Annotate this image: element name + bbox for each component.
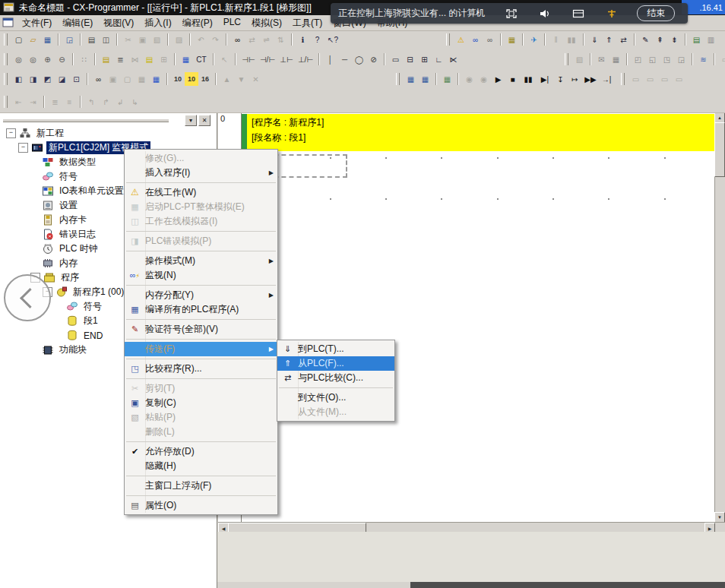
sim-stop-button[interactable]: ■ [505,72,520,86]
contact-or-nc-button[interactable]: ⊥/⊢ [296,52,315,66]
menu-item-属性[interactable]: ▤属性(O) [125,498,277,513]
menu-item-编译所有的PLC程序[interactable]: ▦编译所有的PLC程序(A) [125,302,277,317]
menubar-item[interactable]: 编辑(E) [57,16,98,30]
monitor-in-rung-button[interactable]: ⊞ [157,52,171,66]
auto-online-button[interactable]: ✈ [527,33,541,46]
sim-mode-1-button[interactable]: ◉ [462,72,476,86]
watch-window-button[interactable]: ◨ [26,72,40,86]
remote-tools-icon[interactable] [605,8,619,20]
ct-view-button[interactable]: CT [193,52,210,66]
sim-run-button[interactable]: ▶ [491,72,505,86]
rung-display-button[interactable]: ▤ [142,52,157,66]
tree-item-符号[interactable]: 符号 [30,169,80,184]
scroll-up-button[interactable]: ▲ [714,112,725,123]
monitor-window-4-button[interactable]: ▭ [672,72,686,86]
zoom-100-button[interactable]: ◎ [26,52,40,66]
speaker-icon[interactable] [538,8,552,20]
print-button[interactable]: ▤ [84,33,99,46]
vertical-line-button[interactable]: │ [323,52,337,66]
tree-item-错误日志[interactable]: 错误日志 [30,227,98,242]
io-comment-button[interactable]: ⋈ [128,52,142,66]
contact-no-button[interactable]: ⊣⊢ [239,52,258,66]
menu-item-比较程序[interactable]: ◳比较程序(R)... [125,362,277,376]
remote-back-overlay-button[interactable] [4,274,51,321]
toolbar-grip[interactable] [446,33,450,46]
pause-monitor-button[interactable]: ‖ [549,33,563,46]
selection-mode-button[interactable]: ↖ [217,52,232,66]
go-previous-jump-button[interactable]: ↰ [84,95,99,109]
close-panel-button[interactable]: ✕ [198,115,211,126]
sim-mode-2-button[interactable]: ◉ [476,72,491,86]
replace-all-button[interactable]: ⇅ [274,33,288,46]
menubar-item[interactable]: 插入(I) [139,16,176,30]
io-multiview-button[interactable]: ⊡ [69,72,84,86]
menu-item-允许停放[interactable]: ✔允许停放(D) [125,444,277,459]
zoom-custom-button[interactable]: ◎ [11,52,26,66]
send-online-edit-button[interactable]: ⇞ [653,33,667,46]
find-button[interactable]: ∞ [230,33,245,46]
step-into-button[interactable]: ↧ [553,72,568,86]
menu-item-插入程序[interactable]: 插入程序(I)▶ [125,166,277,180]
zoom-out-button[interactable]: ⊖ [55,52,69,66]
rung-comment-button[interactable]: ▦ [609,52,623,66]
toolbar-grip[interactable] [565,53,568,65]
force-off-button[interactable]: ▼ [234,72,249,86]
menu-item-删除[interactable]: 删除(L) [125,425,277,439]
tree-item-新工程[interactable]: −新工程 [6,126,66,141]
outdent-button[interactable]: ⇥ [26,95,40,109]
rung-annotation-list-button[interactable]: ≣ [48,95,62,109]
vscroll-thumb[interactable] [714,122,725,177]
tree-item-内存卡[interactable]: 内存卡 [30,213,89,227]
sim-save-button[interactable]: ▦ [404,72,418,86]
toolbar-grip[interactable] [4,96,8,108]
pause-button[interactable]: ▮▮ [563,33,580,46]
undo-button[interactable]: ↶ [194,33,208,46]
menu-item-操作模式[interactable]: 操作模式(M)▶ [125,254,277,268]
update-function-block-button[interactable]: ◳ [660,52,674,66]
paste-button[interactable]: ▧ [150,33,164,46]
redo-button[interactable]: ↷ [208,33,223,46]
tree-item-PLC 时钟[interactable]: PLC 时钟 [30,242,100,256]
fb-invoke-button[interactable]: ⊟ [403,52,417,66]
monitor-window-1-button[interactable]: ▭ [628,72,643,86]
force-cancel-button[interactable]: ✕ [249,72,263,86]
transfer-from-plc-button[interactable]: ⇑ [602,33,616,46]
horizontal-line-button[interactable]: ─ [337,52,352,66]
menubar-item[interactable]: 文件(F) [17,16,57,30]
menu-item-修改[interactable]: 修改(G)... [125,151,277,166]
data-display-button[interactable]: ▦ [135,72,149,86]
watch-sheet-button[interactable]: ▣ [106,72,120,86]
cancel-online-edit-button[interactable]: ⇟ [667,33,682,46]
cross-reference-button[interactable]: ◩ [40,72,55,86]
io-table-button[interactable]: ▥ [704,33,718,46]
indent-button[interactable]: ⇤ [11,95,26,109]
tree-item-新程序1 (00)[interactable]: −新程序1 (00) [43,285,126,299]
menu-item-主窗口上浮动[interactable]: 主窗口上浮动(F) [125,479,277,493]
output-window-button[interactable]: ◧ [11,72,26,86]
continuous-step-run-button[interactable]: ▶▶ [582,72,599,86]
expand-toggle[interactable]: − [18,143,28,153]
monitor-signed-decimal-button[interactable]: 10 [185,72,198,86]
data-trace-button[interactable]: ▭ [718,52,725,66]
tree-item-数据类型[interactable]: 数据类型 [30,155,98,169]
coil-nc-button[interactable]: ⊘ [366,52,381,66]
menu-item-到PLC[interactable]: ⇓到PLC(T)... [277,342,394,356]
zoom-in-button[interactable]: ⊕ [40,52,55,66]
monitor-all-button[interactable]: ∞ [483,33,497,46]
menu-item-工作在线模拟器[interactable]: ◫工作在线模拟器(I) [125,214,277,229]
step-over-button[interactable]: ↦ [568,72,582,86]
menubar-item[interactable]: 模拟(S) [246,16,287,30]
tree-item-符号[interactable]: 符号 [55,299,104,314]
window-toggle-icon[interactable] [571,8,585,20]
sim-file-memory-button[interactable]: ▦ [440,72,454,86]
toolbar-grip[interactable] [621,73,625,85]
context-help-button[interactable]: ↖? [325,33,341,46]
address-reference-button[interactable]: ◪ [55,72,69,86]
monitor-decimal-button[interactable]: 10 [171,72,185,86]
toolbar-grip[interactable] [4,53,8,65]
menu-item-从文件[interactable]: 从文件(M)... [277,405,394,419]
menubar-item[interactable]: 编程(P) [177,16,218,30]
mnemonics-view-button[interactable]: ▦ [179,52,193,66]
monitor-window-2-button[interactable]: ▭ [643,72,657,86]
go-next-button[interactable]: ↳ [128,95,142,109]
